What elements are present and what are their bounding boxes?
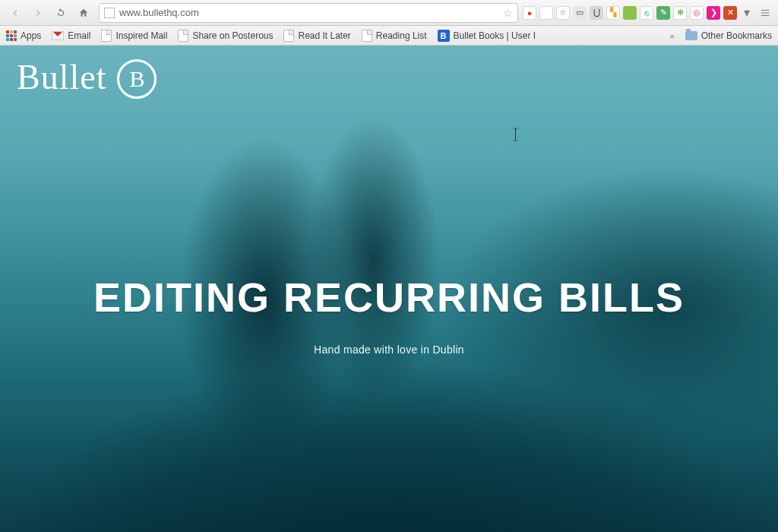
ext-tools[interactable]: ✕ [723, 6, 737, 20]
home-button[interactable] [73, 4, 94, 22]
logo-wordmark: Bullet [17, 60, 106, 95]
extension-row: ●☆▭⋃▚⎋✎❋◎❯✕ [523, 6, 737, 20]
page-viewport: Bullet B EDITING RECURRING BILLS Hand ma… [0, 46, 778, 532]
bookmark-label: Email [68, 30, 90, 41]
page-tagline: Hand made with love in Dublin [0, 344, 778, 356]
apps-shortcut[interactable]: Apps [6, 30, 41, 41]
logo-badge-icon: B [117, 59, 157, 99]
browser-window: www.bullethq.com ☆ ●☆▭⋃▚⎋✎❋◎❯✕ ▾ Apps Em… [0, 0, 778, 532]
bookmark-label: Inspired Mail [115, 30, 167, 41]
bookmark-label: Reading List [376, 30, 427, 41]
url-text: www.bullethq.com [119, 7, 498, 18]
bookmarks-bar: Apps EmailInspired MailShare on Posterou… [0, 26, 778, 46]
folder-icon [685, 31, 697, 40]
page-icon [178, 30, 188, 42]
page-icon [104, 8, 115, 18]
bookmark-item[interactable]: Share on Posterous [178, 30, 273, 42]
bookmark-label: Read It Later [298, 30, 350, 41]
page-headline: EDITING RECURRING BILLS [0, 274, 778, 321]
page-icon [362, 30, 372, 42]
text-cursor-icon [512, 128, 519, 141]
ext-doc[interactable] [539, 6, 553, 20]
ext-pink[interactable]: ❯ [707, 6, 720, 20]
other-bookmarks[interactable]: Other Bookmarks [685, 30, 772, 41]
back-button[interactable] [5, 4, 26, 22]
bookmark-item[interactable]: Inspired Mail [101, 30, 167, 42]
ext-red-dot[interactable]: ● [523, 6, 536, 20]
bookmark-item[interactable]: Email [52, 30, 90, 42]
bookmark-item[interactable]: Read It Later [283, 30, 350, 42]
ext-note[interactable]: ✎ [656, 6, 670, 20]
gmail-icon [52, 31, 64, 40]
bookmark-item[interactable]: Reading List [362, 30, 427, 42]
other-bookmarks-label: Other Bookmarks [701, 30, 772, 41]
bookmark-label: Share on Posterous [192, 30, 273, 41]
bookmarks-overflow-icon[interactable]: » [670, 31, 675, 40]
apps-label: Apps [21, 30, 41, 41]
bookmark-label: Bullet Books | User I [454, 30, 536, 41]
site-logo[interactable]: Bullet B [17, 59, 157, 99]
ext-evernote[interactable]: ❋ [673, 6, 687, 20]
hamburger-menu-icon[interactable] [757, 8, 773, 18]
forward-button[interactable] [27, 4, 49, 22]
bookmark-star-icon[interactable]: ☆ [503, 7, 513, 19]
apps-grid-icon [6, 30, 17, 41]
ext-palette[interactable]: ▚ [606, 6, 620, 20]
browser-toolbar: www.bullethq.com ☆ ●☆▭⋃▚⎋✎❋◎❯✕ ▾ [0, 0, 778, 26]
bulletbooks-icon: B [438, 30, 450, 42]
address-bar[interactable]: www.bullethq.com ☆ [99, 3, 518, 23]
ext-rect[interactable]: ▭ [573, 6, 587, 20]
reload-button[interactable] [50, 4, 71, 22]
ext-star[interactable]: ☆ [556, 6, 570, 20]
ext-u[interactable]: ⋃ [590, 6, 603, 20]
ext-green[interactable] [623, 6, 637, 20]
bookmark-list: EmailInspired MailShare on PosterousRead… [52, 30, 536, 42]
bookmark-item[interactable]: BBullet Books | User I [438, 30, 536, 42]
nav-dropdown-icon[interactable]: ▾ [738, 5, 755, 20]
ext-instagram[interactable]: ◎ [690, 6, 704, 20]
ext-teal[interactable]: ⎋ [640, 6, 653, 20]
page-icon [101, 30, 112, 42]
page-icon [283, 30, 294, 42]
